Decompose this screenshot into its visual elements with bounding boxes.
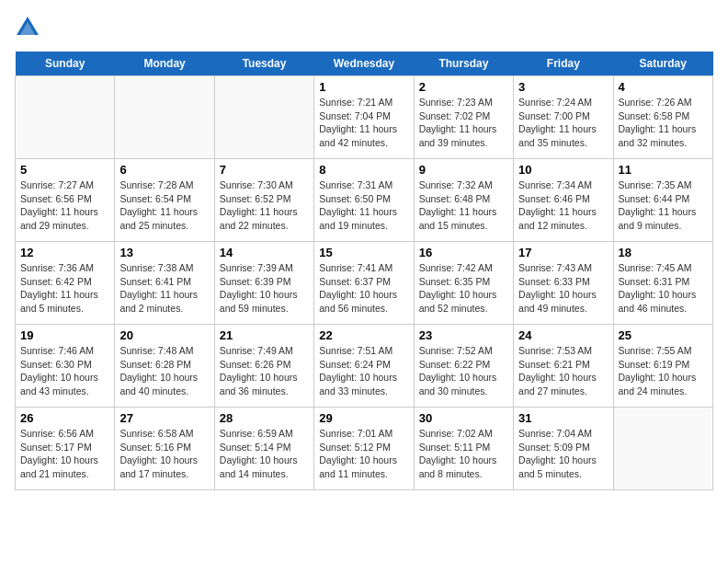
day-number: 6 <box>119 163 209 177</box>
logo-icon <box>15 15 40 40</box>
day-info: Sunrise: 7:46 AMSunset: 6:30 PMDaylight:… <box>20 344 109 398</box>
day-number: 15 <box>319 246 408 259</box>
calendar-cell <box>613 408 712 490</box>
day-info: Sunrise: 6:58 AMSunset: 5:16 PMDaylight:… <box>119 427 209 481</box>
calendar-cell: 22Sunrise: 7:51 AMSunset: 6:24 PMDayligh… <box>314 325 414 408</box>
day-info: Sunrise: 7:31 AMSunset: 6:50 PMDaylight:… <box>319 178 408 233</box>
day-header-wednesday: Wednesday <box>314 52 414 76</box>
day-info: Sunrise: 7:36 AMSunset: 6:42 PMDaylight:… <box>20 261 109 316</box>
day-number: 14 <box>220 246 309 259</box>
day-info: Sunrise: 7:51 AMSunset: 6:24 PMDaylight:… <box>319 344 408 398</box>
day-number: 26 <box>20 411 109 425</box>
calendar-cell: 30Sunrise: 7:02 AMSunset: 5:11 PMDayligh… <box>414 408 513 490</box>
day-info: Sunrise: 7:21 AMSunset: 7:04 PMDaylight:… <box>319 96 408 150</box>
day-info: Sunrise: 7:04 AMSunset: 5:09 PMDaylight:… <box>518 427 608 481</box>
calendar-cell: 4Sunrise: 7:26 AMSunset: 6:58 PMDaylight… <box>613 76 712 159</box>
calendar-cell: 20Sunrise: 7:48 AMSunset: 6:28 PMDayligh… <box>115 325 214 408</box>
day-info: Sunrise: 7:30 AMSunset: 6:52 PMDaylight:… <box>220 178 309 233</box>
calendar-cell: 2Sunrise: 7:23 AMSunset: 7:02 PMDaylight… <box>414 76 513 159</box>
day-number: 22 <box>319 328 408 342</box>
day-info: Sunrise: 7:53 AMSunset: 6:21 PMDaylight:… <box>518 344 608 398</box>
day-number: 30 <box>419 411 508 425</box>
calendar-cell: 19Sunrise: 7:46 AMSunset: 6:30 PMDayligh… <box>16 325 115 408</box>
calendar-cell: 9Sunrise: 7:32 AMSunset: 6:48 PMDaylight… <box>414 159 513 242</box>
day-number: 28 <box>220 411 309 425</box>
calendar-cell: 8Sunrise: 7:31 AMSunset: 6:50 PMDaylight… <box>314 159 414 242</box>
day-number: 29 <box>319 411 408 425</box>
day-number: 12 <box>20 246 109 259</box>
day-info: Sunrise: 7:55 AMSunset: 6:19 PMDaylight:… <box>619 344 708 398</box>
week-row-1: 1Sunrise: 7:21 AMSunset: 7:04 PMDaylight… <box>16 76 713 159</box>
calendar-cell: 28Sunrise: 6:59 AMSunset: 5:14 PMDayligh… <box>214 408 313 490</box>
day-number: 25 <box>619 328 708 342</box>
day-number: 23 <box>419 328 508 342</box>
calendar-cell: 21Sunrise: 7:49 AMSunset: 6:26 PMDayligh… <box>214 325 313 408</box>
calendar-cell: 3Sunrise: 7:24 AMSunset: 7:00 PMDaylight… <box>514 76 613 159</box>
day-info: Sunrise: 7:28 AMSunset: 6:54 PMDaylight:… <box>119 178 209 233</box>
day-number: 3 <box>518 80 608 94</box>
day-info: Sunrise: 6:59 AMSunset: 5:14 PMDaylight:… <box>220 427 309 481</box>
day-info: Sunrise: 7:42 AMSunset: 6:35 PMDaylight:… <box>419 261 508 316</box>
calendar-cell: 15Sunrise: 7:41 AMSunset: 6:37 PMDayligh… <box>314 242 414 325</box>
day-header-thursday: Thursday <box>414 52 513 76</box>
day-info: Sunrise: 7:43 AMSunset: 6:33 PMDaylight:… <box>518 261 608 316</box>
day-info: Sunrise: 7:02 AMSunset: 5:11 PMDaylight:… <box>419 427 508 481</box>
calendar-cell: 6Sunrise: 7:28 AMSunset: 6:54 PMDaylight… <box>115 159 214 242</box>
calendar-cell: 23Sunrise: 7:52 AMSunset: 6:22 PMDayligh… <box>414 325 513 408</box>
calendar-cell: 29Sunrise: 7:01 AMSunset: 5:12 PMDayligh… <box>314 408 414 490</box>
day-info: Sunrise: 7:32 AMSunset: 6:48 PMDaylight:… <box>419 178 508 233</box>
day-header-saturday: Saturday <box>613 52 712 76</box>
week-row-4: 19Sunrise: 7:46 AMSunset: 6:30 PMDayligh… <box>16 325 713 408</box>
day-info: Sunrise: 7:34 AMSunset: 6:46 PMDaylight:… <box>518 178 608 233</box>
day-header-sunday: Sunday <box>16 52 115 76</box>
calendar-cell: 27Sunrise: 6:58 AMSunset: 5:16 PMDayligh… <box>115 408 214 490</box>
day-number: 1 <box>319 80 408 94</box>
calendar-cell: 10Sunrise: 7:34 AMSunset: 6:46 PMDayligh… <box>514 159 613 242</box>
day-info: Sunrise: 7:27 AMSunset: 6:56 PMDaylight:… <box>20 178 109 233</box>
logo <box>15 15 44 40</box>
day-number: 8 <box>319 163 408 177</box>
calendar-cell: 17Sunrise: 7:43 AMSunset: 6:33 PMDayligh… <box>514 242 613 325</box>
week-row-5: 26Sunrise: 6:56 AMSunset: 5:17 PMDayligh… <box>16 408 713 490</box>
day-number: 31 <box>518 411 608 425</box>
calendar-cell: 14Sunrise: 7:39 AMSunset: 6:39 PMDayligh… <box>214 242 313 325</box>
calendar-cell: 7Sunrise: 7:30 AMSunset: 6:52 PMDaylight… <box>214 159 313 242</box>
header-row: SundayMondayTuesdayWednesdayThursdayFrid… <box>16 52 713 76</box>
day-number: 21 <box>220 328 309 342</box>
day-number: 24 <box>518 328 608 342</box>
day-info: Sunrise: 7:38 AMSunset: 6:41 PMDaylight:… <box>119 261 209 316</box>
day-info: Sunrise: 7:41 AMSunset: 6:37 PMDaylight:… <box>319 261 408 316</box>
week-row-3: 12Sunrise: 7:36 AMSunset: 6:42 PMDayligh… <box>16 242 713 325</box>
day-info: Sunrise: 7:01 AMSunset: 5:12 PMDaylight:… <box>319 427 408 481</box>
day-number: 20 <box>119 328 209 342</box>
day-header-tuesday: Tuesday <box>214 52 313 76</box>
day-number: 10 <box>518 163 608 177</box>
day-info: Sunrise: 7:52 AMSunset: 6:22 PMDaylight:… <box>419 344 508 398</box>
day-header-friday: Friday <box>514 52 613 76</box>
day-header-monday: Monday <box>115 52 214 76</box>
calendar-table: SundayMondayTuesdayWednesdayThursdayFrid… <box>15 52 713 490</box>
calendar-cell: 1Sunrise: 7:21 AMSunset: 7:04 PMDaylight… <box>314 76 414 159</box>
calendar-cell: 11Sunrise: 7:35 AMSunset: 6:44 PMDayligh… <box>613 159 712 242</box>
day-info: Sunrise: 7:26 AMSunset: 6:58 PMDaylight:… <box>619 96 708 150</box>
calendar-cell: 5Sunrise: 7:27 AMSunset: 6:56 PMDaylight… <box>16 159 115 242</box>
day-info: Sunrise: 7:48 AMSunset: 6:28 PMDaylight:… <box>119 344 209 398</box>
day-number: 7 <box>220 163 309 177</box>
page-header <box>15 15 713 40</box>
day-info: Sunrise: 7:35 AMSunset: 6:44 PMDaylight:… <box>619 178 708 233</box>
day-info: Sunrise: 7:39 AMSunset: 6:39 PMDaylight:… <box>220 261 309 316</box>
day-number: 19 <box>20 328 109 342</box>
day-number: 13 <box>119 246 209 259</box>
day-number: 5 <box>20 163 109 177</box>
calendar-cell <box>115 76 214 159</box>
calendar-cell: 16Sunrise: 7:42 AMSunset: 6:35 PMDayligh… <box>414 242 513 325</box>
calendar-cell <box>16 76 115 159</box>
calendar-cell: 24Sunrise: 7:53 AMSunset: 6:21 PMDayligh… <box>514 325 613 408</box>
day-number: 27 <box>119 411 209 425</box>
day-info: Sunrise: 7:49 AMSunset: 6:26 PMDaylight:… <box>220 344 309 398</box>
calendar-cell: 25Sunrise: 7:55 AMSunset: 6:19 PMDayligh… <box>613 325 712 408</box>
week-row-2: 5Sunrise: 7:27 AMSunset: 6:56 PMDaylight… <box>16 159 713 242</box>
day-number: 4 <box>619 80 708 94</box>
day-number: 16 <box>419 246 508 259</box>
day-number: 2 <box>419 80 508 94</box>
